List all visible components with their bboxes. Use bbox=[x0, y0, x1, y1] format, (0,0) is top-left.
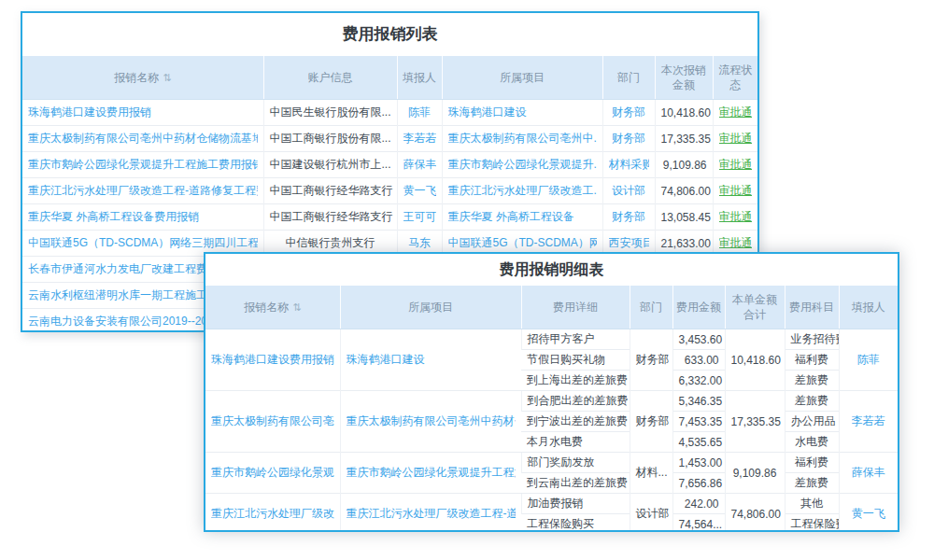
detail-table-row: 重庆市鹅岭公园绿化景观提升工程施重庆市鹅岭公园绿化景观提升工程施工部门奖励发放材… bbox=[205, 453, 898, 473]
reporter-link[interactable]: 陈菲 bbox=[408, 105, 431, 120]
cell-amount: 10,418.60 bbox=[655, 100, 713, 126]
detail-header-row: 报销名称⇅ 所属项目 费用详细 部门 费用金额 本单金额合计 费用科目 填报人 bbox=[205, 286, 898, 329]
cell-expense-amount: 7,656.86 bbox=[672, 473, 725, 494]
status-link[interactable]: 审批通过 bbox=[719, 157, 753, 173]
reporter-link[interactable]: 黄一飞 bbox=[403, 183, 436, 199]
project-link[interactable]: 重庆江北污水处理厂级改造工程-道路修复工 bbox=[347, 506, 516, 522]
cell-expense-detail: 本月水电费 bbox=[521, 432, 630, 453]
reporter-link[interactable]: 王可可 bbox=[403, 209, 436, 225]
col-header-total-amount: 本单金额合计 bbox=[725, 286, 785, 329]
col-header-dept: 部门 bbox=[602, 56, 655, 100]
status-link[interactable]: 审批通过 bbox=[719, 105, 753, 120]
reporter-link[interactable]: 陈菲 bbox=[857, 352, 880, 368]
cell-expense-amount: 6,332.00 bbox=[672, 371, 725, 391]
list-table-row: 重庆市鹅岭公园绿化景观提升工程施工费用报销中国建设银行杭州市上...薛保丰重庆市… bbox=[22, 152, 757, 178]
cell-total-amount: 17,335.35 bbox=[725, 391, 785, 453]
report-name-link[interactable]: 重庆市鹅岭公园绿化景观提升工程施工费用报销 bbox=[28, 157, 258, 173]
reporter-link[interactable]: 黄一飞 bbox=[852, 506, 885, 522]
project-link[interactable]: 中国联通5G（TD-SCDMA）网... bbox=[448, 235, 597, 251]
cell-expense-amount: 242.00 bbox=[672, 494, 725, 514]
report-name-link[interactable]: 重庆市鹅岭公园绿化景观提升工程施 bbox=[211, 465, 334, 481]
status-link[interactable]: 审批通过 bbox=[719, 235, 753, 251]
project-link[interactable]: 珠海鹤港口建设 bbox=[448, 105, 527, 120]
cell-dept: 材料... bbox=[630, 453, 672, 494]
status-link[interactable]: 审批通过 bbox=[719, 131, 753, 147]
reporter-link[interactable]: 马东 bbox=[408, 235, 431, 251]
dept-link[interactable]: 材料采购 bbox=[609, 157, 649, 173]
project-link[interactable]: 重庆市鹅岭公园绿化景观提升工程施工 bbox=[347, 465, 516, 481]
project-link[interactable]: 重庆太极制药有限公司亳州中... bbox=[448, 131, 597, 147]
project-link[interactable]: 重庆太极制药有限公司亳州中药材仓储物流 bbox=[347, 413, 516, 429]
cell-category: 福利费 bbox=[785, 453, 839, 473]
cell-total-amount: 74,806.00 bbox=[725, 494, 785, 533]
report-name-link[interactable]: 珠海鹤港口建设费用报销 bbox=[28, 105, 151, 120]
cell-category: 差旅费 bbox=[785, 473, 839, 494]
report-name-link[interactable]: 重庆太极制药有限公司亳州中药材仓储物流基地项... bbox=[28, 131, 258, 147]
sort-icon[interactable]: ⇅ bbox=[292, 301, 301, 313]
col-header-dept: 部门 bbox=[630, 286, 672, 329]
cell-expense-detail: 到宁波出差的差旅费 bbox=[521, 412, 630, 432]
cell-expense-amount: 7,453.35 bbox=[672, 412, 725, 432]
reporter-link[interactable]: 李若若 bbox=[403, 131, 436, 147]
cell-expense-amount: 4,535.65 bbox=[672, 432, 725, 453]
col-header-amount: 本次报销金额 bbox=[655, 56, 713, 100]
cell-expense-detail: 工程保险购买 bbox=[521, 514, 630, 533]
status-link[interactable]: 审批通过 bbox=[719, 183, 753, 199]
detail-table-row: 重庆江北污水处理厂级改造工程-重庆江北污水处理厂级改造工程-道路修复工加油费报销… bbox=[205, 494, 898, 514]
project-link[interactable]: 重庆市鹅岭公园绿化景观提升... bbox=[448, 157, 597, 173]
project-link[interactable]: 重庆华夏 外高桥工程设备 bbox=[448, 209, 574, 225]
cell-expense-detail: 加油费报销 bbox=[521, 494, 630, 514]
cell-expense-detail: 节假日购买礼物 bbox=[521, 350, 630, 371]
col-header-reporter: 填报人 bbox=[839, 286, 898, 329]
detail-table-row: 珠海鹤港口建设费用报销珠海鹤港口建设招待甲方客户财务部3,453.6010,41… bbox=[205, 329, 898, 350]
cell-category: 业务招待费 bbox=[785, 329, 839, 350]
col-header-report-name[interactable]: 报销名称⇅ bbox=[205, 286, 340, 329]
cell-category: 办公用品 bbox=[785, 412, 839, 432]
report-name-link[interactable]: 中国联通5G（TD-SCDMA）网络三期四川工程费... bbox=[28, 235, 258, 251]
col-header-category: 费用科目 bbox=[785, 286, 839, 329]
col-header-report-name-label: 报销名称 bbox=[114, 71, 159, 84]
dept-link[interactable]: 设计部 bbox=[612, 183, 645, 199]
sort-icon[interactable]: ⇅ bbox=[163, 72, 171, 83]
dept-link[interactable]: 财务部 bbox=[612, 105, 645, 120]
cell-expense-detail: 到合肥出差的差旅费 bbox=[521, 391, 630, 412]
cell-expense-amount: 633.00 bbox=[672, 350, 725, 371]
col-header-expense-detail: 费用详细 bbox=[521, 286, 630, 329]
dept-link[interactable]: 西安项目部 bbox=[609, 235, 649, 251]
col-header-project: 所属项目 bbox=[340, 286, 521, 329]
cell-account: 中国建设银行杭州市上... bbox=[263, 152, 397, 178]
cell-category: 水电费 bbox=[785, 432, 839, 453]
reporter-link[interactable]: 李若若 bbox=[852, 413, 885, 429]
cell-expense-amount: 3,453.60 bbox=[672, 329, 725, 350]
report-name-link[interactable]: 重庆太极制药有限公司亳州中药材 bbox=[211, 413, 334, 429]
cell-account: 中国工商银行经华路支行 bbox=[263, 204, 397, 231]
cell-expense-detail: 部门奖励发放 bbox=[521, 453, 630, 473]
status-link[interactable]: 审批通过 bbox=[719, 209, 753, 225]
report-name-link[interactable]: 珠海鹤港口建设费用报销 bbox=[211, 352, 334, 368]
col-header-status: 流程状态 bbox=[713, 56, 757, 100]
col-header-account: 账户信息 bbox=[263, 56, 397, 100]
reporter-link[interactable]: 薛保丰 bbox=[403, 157, 436, 173]
cell-amount: 74,806.00 bbox=[655, 178, 713, 204]
report-name-link[interactable]: 重庆华夏 外高桥工程设备费用报销 bbox=[28, 209, 199, 225]
cell-expense-detail: 到云南出差的差旅费 bbox=[521, 473, 630, 494]
cell-account: 中国民生银行股份有限... bbox=[263, 100, 397, 126]
col-header-expense-amount: 费用金额 bbox=[672, 286, 725, 329]
cell-dept: 财务部 bbox=[630, 391, 672, 453]
cell-category: 差旅费 bbox=[785, 391, 839, 412]
cell-amount: 17,335.35 bbox=[655, 126, 713, 152]
report-name-link[interactable]: 重庆江北污水处理厂级改造工程-道路修复工程费用... bbox=[28, 183, 258, 199]
project-link[interactable]: 重庆江北污水处理厂级改造工... bbox=[448, 183, 597, 199]
col-header-report-name[interactable]: 报销名称⇅ bbox=[22, 56, 263, 100]
cell-expense-detail: 到上海出差的差旅费 bbox=[521, 371, 630, 391]
reporter-link[interactable]: 薛保丰 bbox=[852, 465, 885, 481]
project-link[interactable]: 珠海鹤港口建设 bbox=[347, 352, 425, 368]
cell-category: 福利费 bbox=[785, 350, 839, 371]
cell-category: 差旅费 bbox=[785, 371, 839, 391]
report-name-link[interactable]: 重庆江北污水处理厂级改造工程- bbox=[211, 506, 334, 522]
col-header-reporter: 填报人 bbox=[397, 56, 442, 100]
dept-link[interactable]: 财务部 bbox=[612, 131, 645, 147]
dept-link[interactable]: 财务部 bbox=[612, 209, 645, 225]
cell-total-amount: 9,109.86 bbox=[725, 453, 785, 494]
cell-total-amount: 10,418.60 bbox=[725, 329, 785, 391]
